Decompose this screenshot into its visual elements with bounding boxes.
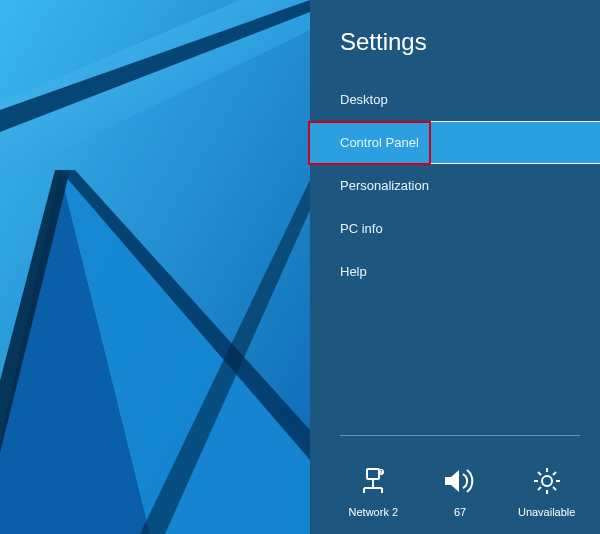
panel-item-help[interactable]: Help bbox=[310, 250, 600, 293]
panel-item-label: Personalization bbox=[340, 178, 429, 193]
quick-action-label: Network 2 bbox=[349, 506, 399, 518]
quick-action-label: 67 bbox=[454, 506, 466, 518]
quick-action-network[interactable]: ? Network 2 bbox=[330, 464, 417, 518]
svg-point-16 bbox=[542, 476, 552, 486]
panel-title: Settings bbox=[310, 0, 600, 74]
svg-rect-8 bbox=[367, 469, 379, 479]
panel-item-label: Desktop bbox=[340, 92, 388, 107]
panel-item-desktop[interactable]: Desktop bbox=[310, 78, 600, 121]
settings-charm-panel: Settings Desktop Control Panel Personali… bbox=[310, 0, 600, 534]
svg-line-23 bbox=[553, 472, 556, 475]
panel-item-label: PC info bbox=[340, 221, 383, 236]
panel-item-label: Control Panel bbox=[340, 135, 419, 150]
panel-items-list: Desktop Control Panel Personalization PC… bbox=[310, 78, 600, 293]
quick-action-label: Unavailable bbox=[518, 506, 575, 518]
svg-line-21 bbox=[538, 472, 541, 475]
svg-marker-15 bbox=[445, 470, 459, 492]
quick-action-volume[interactable]: 67 bbox=[417, 464, 504, 518]
network-icon: ? bbox=[352, 464, 394, 498]
svg-line-24 bbox=[538, 487, 541, 490]
wallpaper-art bbox=[0, 0, 310, 534]
svg-line-22 bbox=[553, 487, 556, 490]
quick-actions-row: ? Network 2 67 bbox=[330, 464, 590, 518]
panel-divider bbox=[340, 435, 580, 436]
brightness-icon bbox=[526, 464, 568, 498]
svg-text:?: ? bbox=[380, 469, 383, 475]
panel-item-control-panel[interactable]: Control Panel bbox=[310, 121, 600, 164]
panel-item-personalization[interactable]: Personalization bbox=[310, 164, 600, 207]
quick-action-brightness[interactable]: Unavailable bbox=[503, 464, 590, 518]
volume-icon bbox=[439, 464, 481, 498]
desktop-wallpaper bbox=[0, 0, 310, 534]
panel-item-pc-info[interactable]: PC info bbox=[310, 207, 600, 250]
panel-item-label: Help bbox=[340, 264, 367, 279]
